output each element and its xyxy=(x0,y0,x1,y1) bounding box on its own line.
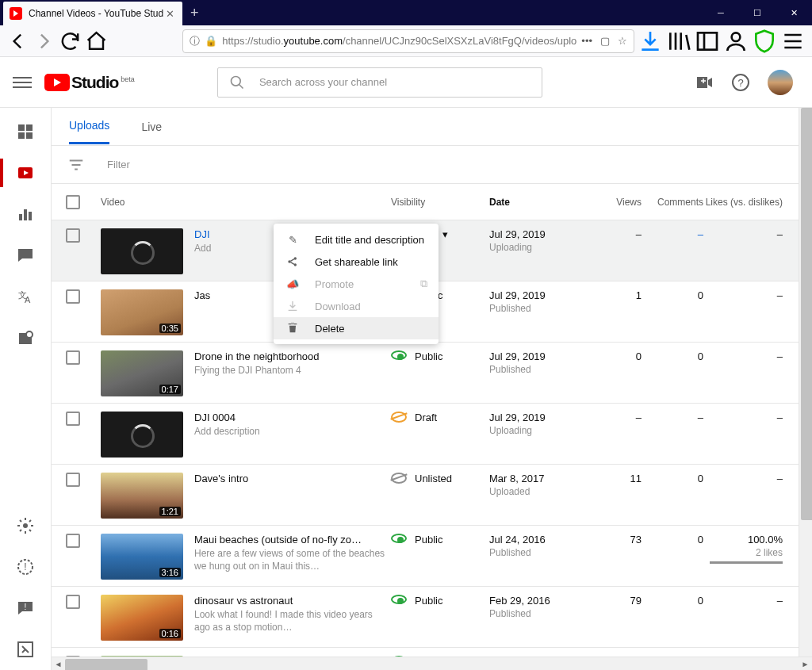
svg-point-18 xyxy=(26,331,33,338)
video-row[interactable]: 3:16 Maui beaches (outside of no-fly zo…… xyxy=(52,526,812,587)
back-button[interactable] xyxy=(6,29,29,54)
shield-icon[interactable] xyxy=(752,29,777,54)
menu-share[interactable]: Get shareable link xyxy=(274,251,439,273)
home-button[interactable] xyxy=(85,29,108,54)
visibility-cell[interactable]: Public xyxy=(391,595,489,607)
row-checkbox[interactable] xyxy=(66,534,80,548)
col-views[interactable]: Views xyxy=(591,197,642,208)
row-checkbox[interactable] xyxy=(66,412,80,426)
row-checkbox[interactable] xyxy=(66,473,80,487)
comments-count: – xyxy=(642,412,703,458)
date-sub: Published xyxy=(489,608,591,619)
account-icon[interactable] xyxy=(723,29,749,54)
video-thumbnail[interactable]: 0:17 xyxy=(101,350,183,396)
col-likes[interactable]: Likes (vs. dislikes) xyxy=(703,197,791,208)
search-input[interactable]: Search across your channel xyxy=(217,67,542,98)
create-video-icon[interactable] xyxy=(695,73,714,92)
row-checkbox[interactable] xyxy=(66,289,80,304)
downloads-icon[interactable] xyxy=(638,29,663,54)
date-sub: Published xyxy=(489,303,591,314)
select-all-checkbox[interactable] xyxy=(66,195,80,209)
video-thumbnail[interactable]: 3:16 xyxy=(101,534,183,580)
video-thumbnail[interactable]: 0:16 xyxy=(101,595,183,641)
reload-button[interactable] xyxy=(59,29,82,54)
forward-button[interactable] xyxy=(33,29,56,54)
video-thumbnail[interactable] xyxy=(101,228,183,274)
help-icon[interactable]: ? xyxy=(731,73,750,92)
menu-download: Download xyxy=(274,295,439,317)
window-maximize-button[interactable]: ☐ xyxy=(739,0,776,25)
visibility-cell[interactable]: Public xyxy=(391,350,489,362)
visibility-cell[interactable]: Unlisted xyxy=(391,473,489,484)
more-icon[interactable]: ••• xyxy=(581,35,592,47)
nav-translate-icon[interactable]: 文A xyxy=(16,287,35,306)
duration-label: 0:35 xyxy=(159,324,181,333)
url-bar[interactable]: ⓘ 🔒 https://studio.youtube.com/channel/U… xyxy=(182,29,634,53)
tabs-bar: Uploads Live xyxy=(52,108,812,146)
menu-edit[interactable]: ✎Edit title and description xyxy=(274,228,439,251)
video-row[interactable]: DJI 0004 Add description Draft Jul 29, 2… xyxy=(52,404,812,465)
nav-comments-icon[interactable] xyxy=(16,246,35,265)
window-minimize-button[interactable]: ─ xyxy=(703,0,739,25)
browser-tab[interactable]: Channel Videos - YouTube Stud ✕ xyxy=(3,2,182,25)
info-icon[interactable]: ⓘ xyxy=(190,34,200,48)
studio-logo-text: Studio xyxy=(71,73,118,92)
hamburger-icon[interactable] xyxy=(13,73,32,92)
col-visibility[interactable]: Visibility xyxy=(391,197,489,208)
video-row[interactable]: 0:16 dinosaur vs astronaut Look what I f… xyxy=(52,587,812,648)
views-count: 79 xyxy=(591,595,642,641)
vertical-scrollbar[interactable] xyxy=(799,108,812,657)
nav-dashboard-icon[interactable] xyxy=(16,122,35,141)
visibility-cell[interactable]: Draft xyxy=(391,412,489,423)
col-video[interactable]: Video xyxy=(101,197,391,208)
menu-delete[interactable]: Delete xyxy=(274,317,439,339)
visibility-cell[interactable]: Public xyxy=(391,534,489,546)
sidebar-icon[interactable] xyxy=(695,29,720,54)
filter-row[interactable]: Filter xyxy=(52,146,812,184)
reader-icon[interactable]: ▢ xyxy=(600,35,610,47)
tab-live[interactable]: Live xyxy=(141,110,162,144)
nav-whatsnew-icon[interactable]: ! xyxy=(16,557,35,576)
row-checkbox[interactable] xyxy=(66,595,80,609)
col-comments[interactable]: Comments xyxy=(642,197,703,208)
nav-videos-icon[interactable] xyxy=(16,163,35,182)
video-thumbnail[interactable] xyxy=(101,412,183,458)
video-title[interactable]: Drone in the neightborhood xyxy=(194,350,391,362)
video-row[interactable]: 0:17 Drone in the neightborhood Flying t… xyxy=(52,343,812,404)
video-title[interactable]: DJI 0004 xyxy=(194,412,391,423)
avatar[interactable] xyxy=(768,70,793,95)
nav-monetize-icon[interactable] xyxy=(16,328,35,347)
window-close-button[interactable]: ✕ xyxy=(776,0,812,25)
nav-creator-icon[interactable] xyxy=(16,640,35,659)
youtube-play-icon xyxy=(44,74,70,91)
row-checkbox[interactable] xyxy=(66,350,80,365)
bookmark-star-icon[interactable]: ☆ xyxy=(618,35,627,47)
visibility-label: Public xyxy=(415,534,442,546)
visibility-label: Draft xyxy=(415,412,437,423)
svg-rect-0 xyxy=(698,33,717,49)
nav-settings-icon[interactable] xyxy=(16,516,35,535)
video-title[interactable]: dinosaur vs astronaut xyxy=(194,595,391,607)
tab-close-icon[interactable]: ✕ xyxy=(163,8,176,20)
search-icon xyxy=(229,75,245,90)
video-title[interactable]: Dave's intro xyxy=(194,473,391,484)
svg-point-2 xyxy=(732,33,741,41)
library-icon[interactable] xyxy=(666,29,691,54)
video-thumbnail[interactable]: 0:35 xyxy=(101,289,183,335)
browser-tab-title: Channel Videos - YouTube Stud xyxy=(29,8,163,19)
firefox-menu-icon[interactable] xyxy=(780,29,806,54)
nav-analytics-icon[interactable] xyxy=(16,205,35,224)
new-tab-button[interactable]: + xyxy=(182,0,206,25)
video-thumbnail[interactable]: 1:21 xyxy=(101,473,183,519)
horizontal-scrollbar[interactable]: ◄► xyxy=(52,657,812,670)
date-sub: Published xyxy=(489,364,591,375)
row-checkbox[interactable] xyxy=(66,228,80,243)
video-title[interactable]: Maui beaches (outside of no-fly zo… xyxy=(194,534,391,546)
tab-uploads[interactable]: Uploads xyxy=(69,109,109,144)
nav-feedback-icon[interactable]: ! xyxy=(16,599,35,618)
col-date[interactable]: Date xyxy=(489,197,591,208)
video-row[interactable]: 1:21 Dave's intro Unlisted Mar 8, 2017Up… xyxy=(52,465,812,526)
duration-label: 1:21 xyxy=(159,507,181,516)
studio-logo[interactable]: Studio beta xyxy=(44,73,135,92)
likes-pct: – xyxy=(703,473,783,484)
